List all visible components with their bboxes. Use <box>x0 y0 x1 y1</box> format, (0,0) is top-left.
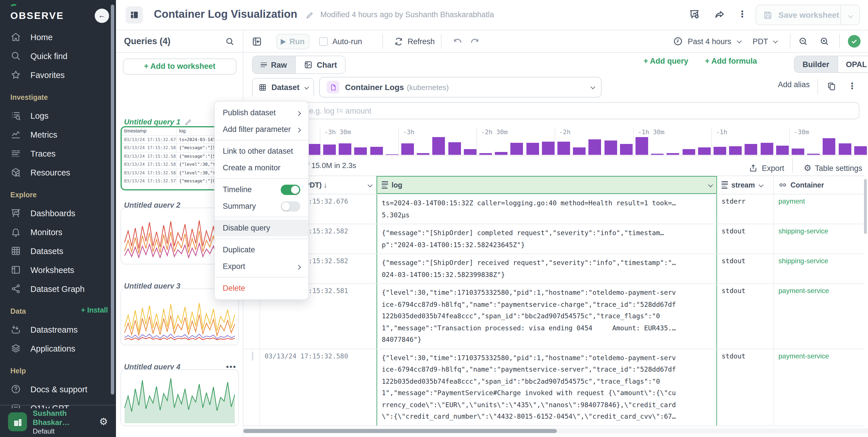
timeline-bar[interactable] <box>386 154 398 155</box>
timeline-bar[interactable] <box>510 143 523 155</box>
menu-item-summary[interactable]: Summary <box>215 198 308 214</box>
edit-title-pencil-icon[interactable] <box>305 10 314 20</box>
timeline-bar[interactable] <box>636 137 648 155</box>
horizontal-scrollbar[interactable] <box>243 428 868 434</box>
add-formula-button[interactable]: + Add formula <box>705 57 757 65</box>
timeline-bar[interactable] <box>776 146 789 155</box>
tab-chart[interactable]: Chart <box>295 56 345 73</box>
menu-item-link-to-other-dataset[interactable]: Link to other dataset <box>215 143 308 160</box>
menu-item-duplicate[interactable]: Duplicate <box>215 241 308 258</box>
timeline-histogram[interactable]: -3h 30m-3h-2h 30m-2h-1h 30m-1h-30m <box>243 125 868 156</box>
sidebar-scrollbar[interactable] <box>111 5 114 395</box>
sidebar-item-dashboards[interactable]: Dashboards <box>0 204 116 223</box>
column-menu-chevron[interactable] <box>758 182 764 187</box>
menu-item-create-a-monitor[interactable]: Create a monitor <box>215 160 308 176</box>
user-block[interactable]: Sushanth Bhaskar… Default ⚙ <box>0 405 116 434</box>
timeline-bar[interactable] <box>495 152 507 155</box>
column-menu-chevron[interactable] <box>708 182 713 187</box>
timeline-bar[interactable] <box>682 149 695 155</box>
timeline-bar[interactable] <box>792 148 804 155</box>
container-link[interactable]: payment-service <box>778 352 829 360</box>
column-menu-chevron[interactable] <box>368 182 373 187</box>
save-worksheet-button[interactable]: Save worksheet <box>755 5 860 25</box>
menu-item-timeline[interactable]: Timeline <box>215 181 308 198</box>
timeline-bar[interactable] <box>557 142 570 155</box>
sidebar-item-docs-support[interactable]: Docs & support <box>0 380 116 399</box>
timeline-bar[interactable] <box>761 143 773 155</box>
edit-query-pencil-icon[interactable] <box>185 116 193 127</box>
timeline-bar[interactable] <box>620 144 632 155</box>
zoom-in-icon[interactable] <box>819 30 830 52</box>
menu-item-disable-query[interactable]: Disable query <box>215 220 308 236</box>
timeline-bar[interactable] <box>823 138 836 155</box>
toggle-on[interactable] <box>281 184 300 195</box>
sidebar-item-worksheets[interactable]: Worksheets <box>0 260 116 279</box>
query-preview-4[interactable] <box>121 369 239 426</box>
timeline-bar[interactable] <box>807 154 820 155</box>
timeline-bar[interactable] <box>573 148 586 155</box>
timezone-dropdown[interactable]: PDT <box>753 30 777 52</box>
column-header-stream[interactable]: stream <box>717 176 774 194</box>
collapse-panel-icon[interactable] <box>251 30 262 52</box>
timeline-bar[interactable] <box>729 146 742 155</box>
timeline-bar[interactable] <box>838 143 851 155</box>
vertical-scrollbar-thumb[interactable] <box>864 179 867 234</box>
timeline-bar[interactable] <box>667 154 679 155</box>
redo-button[interactable] <box>469 30 480 52</box>
timeline-bar[interactable] <box>526 143 539 155</box>
kebab-menu-icon[interactable]: ⋮ <box>738 9 747 20</box>
autorun-checkbox-row[interactable]: Auto-run <box>319 30 362 52</box>
row-checkbox[interactable] <box>252 351 253 361</box>
tab-opal[interactable]: OPAL <box>837 56 868 72</box>
tab-builder[interactable]: Builder <box>795 56 837 72</box>
copy-query-icon[interactable] <box>827 81 836 91</box>
timeline-bar[interactable] <box>448 142 461 155</box>
timeline-bar[interactable] <box>401 143 414 155</box>
settings-gear-icon[interactable]: ⚙ <box>99 416 108 428</box>
tab-raw[interactable]: Raw <box>253 56 295 73</box>
share-icon[interactable] <box>714 9 725 21</box>
dataset-dropdown[interactable]: Container Logs (kubernetes) <box>319 77 601 98</box>
sidebar-item-logs[interactable]: Logs <box>0 106 116 125</box>
query-status-check[interactable] <box>848 30 861 52</box>
sidebar-item-resources[interactable]: Resources <box>0 163 116 182</box>
container-link[interactable]: shipping-service <box>778 227 828 235</box>
zoom-out-icon[interactable] <box>798 30 808 52</box>
menu-item-publish-dataset[interactable]: Publish dataset <box>215 104 308 121</box>
query-name[interactable]: Untitled query 1 <box>124 117 181 126</box>
timeline-bar[interactable] <box>604 140 617 155</box>
save-options-chevron[interactable] <box>841 10 859 20</box>
query-kebab-icon[interactable]: ⋮ <box>848 81 857 91</box>
container-link[interactable]: payment-service <box>778 287 829 295</box>
timeline-bar[interactable] <box>323 145 336 155</box>
menu-item-add-filter-parameter[interactable]: Add filter parameter <box>215 121 308 138</box>
autorun-checkbox[interactable] <box>319 37 328 45</box>
filter-input[interactable]: Apply filters -- e.g. log != amount <box>252 102 859 119</box>
dataset-selector[interactable]: Dataset <box>252 78 314 96</box>
sidebar-item-datastreams[interactable]: Datastreams <box>0 320 116 339</box>
menu-item-delete[interactable]: Delete <box>215 280 308 297</box>
timeline-bar[interactable] <box>464 149 476 155</box>
sidebar-item-dataset-graph[interactable]: Dataset Graph <box>0 279 116 298</box>
timeline-bar[interactable] <box>542 142 555 155</box>
add-alias-button[interactable]: Add alias <box>778 80 810 89</box>
sidebar-item-metrics[interactable]: Metrics <box>0 125 116 144</box>
column-header-log[interactable]: log <box>377 176 717 194</box>
add-to-worksheet-button[interactable]: + Add to worksheet <box>123 59 237 74</box>
install-button[interactable]: + Install <box>81 306 108 314</box>
column-header-container[interactable]: Container <box>774 176 865 194</box>
refresh-button[interactable]: Refresh <box>394 30 435 52</box>
timeline-bar[interactable] <box>308 144 320 155</box>
timeline-bar[interactable] <box>370 147 383 155</box>
timeline-bar[interactable] <box>433 137 445 155</box>
sidebar-item-favorites[interactable]: Favorites <box>0 65 116 84</box>
sidebar-item-quick-find[interactable]: Quick find <box>0 46 116 65</box>
timeline-bar[interactable] <box>698 147 711 155</box>
horizontal-scrollbar-thumb[interactable] <box>243 429 557 433</box>
undo-button[interactable] <box>453 30 463 52</box>
sidebar-item-monitors[interactable]: Monitors <box>0 223 116 241</box>
sidebar-item-applications[interactable]: Applications <box>0 339 116 358</box>
menu-item-export[interactable]: Export <box>215 258 308 275</box>
timeline-bar[interactable] <box>479 154 492 155</box>
container-link[interactable]: payment <box>778 197 805 205</box>
